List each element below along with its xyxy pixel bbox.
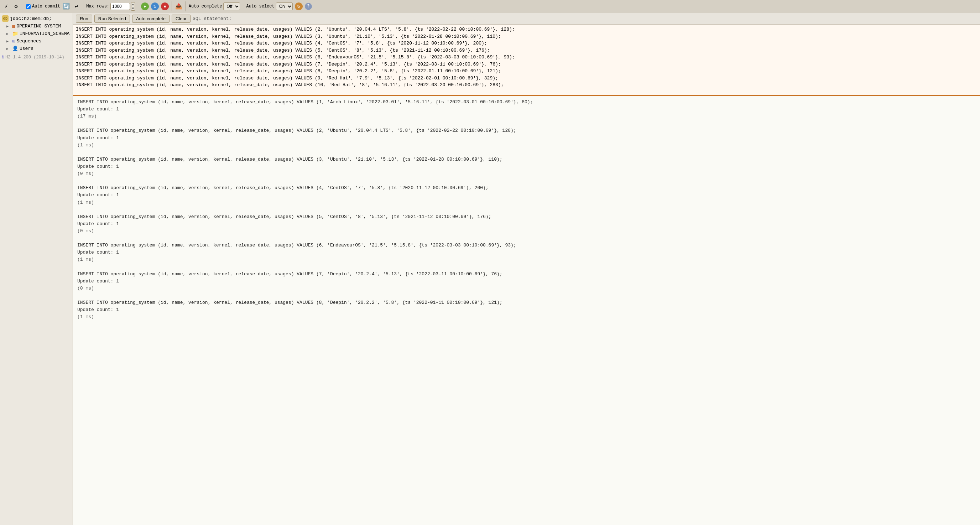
- max-rows-spinner[interactable]: ▲ ▼: [131, 2, 135, 11]
- result-update-count: Update count: 1: [77, 306, 976, 313]
- preferences-icon[interactable]: ⚙️: [12, 3, 20, 10]
- sep-2: [83, 2, 83, 11]
- folder-icon-info: 📁: [12, 31, 18, 37]
- users-icon: 👤: [12, 46, 18, 52]
- db-icon: db: [2, 15, 8, 22]
- auto-commit-label: Auto commit: [32, 4, 60, 9]
- sidebar-item-sequences[interactable]: ▶ ⊞ Sequences: [0, 37, 73, 45]
- max-rows-input[interactable]: [110, 3, 130, 10]
- result-update-count: Update count: 1: [77, 106, 976, 113]
- sep-3: [138, 2, 138, 11]
- result-block: INSERT INTO operating_system (id, name, …: [77, 242, 976, 263]
- result-update-count: Update count: 1: [77, 163, 976, 170]
- max-rows-label: Max rows:: [86, 4, 109, 9]
- stop-button[interactable]: [161, 3, 169, 10]
- users-label: Users: [19, 46, 33, 51]
- new-connection-icon[interactable]: ⚡: [2, 3, 10, 10]
- results-area: INSERT INTO operating_system (id, name, …: [73, 96, 980, 525]
- auto-commit-wrap: Auto commit: [26, 4, 60, 9]
- result-sql: INSERT INTO operating_system (id, name, …: [77, 127, 976, 134]
- sidebar-item-connection[interactable]: db jdbc:h2:mem:db;: [0, 14, 73, 22]
- sidebar-item-users[interactable]: ▶ 👤 Users: [0, 45, 73, 52]
- sep-1: [23, 2, 23, 11]
- result-block: INSERT INTO operating_system (id, name, …: [77, 271, 976, 292]
- sidebar-item-operating-system[interactable]: ▶ ▦ OPERATING_SYSTEM: [0, 22, 73, 30]
- help-button[interactable]: ?: [305, 3, 312, 10]
- result-sql: INSERT INTO operating_system (id, name, …: [77, 213, 976, 221]
- auto-select-select[interactable]: On Off: [276, 3, 293, 10]
- result-timing: (17 ms): [77, 113, 976, 120]
- right-panel: Run Run Selected Auto complete Clear SQL…: [73, 13, 980, 525]
- max-rows-wrap: Max rows: ▲ ▼: [86, 2, 135, 11]
- expand-icon-os: ▶: [6, 24, 11, 29]
- sep-4: [172, 2, 172, 11]
- result-timing: (0 ms): [77, 285, 976, 292]
- auto-select-wrap: Auto select On Off: [246, 3, 292, 10]
- run-toolbar: Run Run Selected Auto complete Clear SQL…: [73, 13, 980, 25]
- expand-icon-seq: ▶: [6, 39, 11, 43]
- clear-button[interactable]: Clear: [172, 14, 191, 23]
- result-sql: INSERT INTO operating_system (id, name, …: [77, 99, 976, 106]
- result-block: INSERT INTO operating_system (id, name, …: [77, 185, 976, 206]
- result-block: INSERT INTO operating_system (id, name, …: [77, 213, 976, 235]
- spin-up[interactable]: ▲: [131, 3, 135, 6]
- expand-icon-users: ▶: [6, 47, 11, 51]
- version-label: H2 1.4.200 (2019-10-14): [5, 55, 64, 60]
- result-timing: (0 ms): [77, 170, 976, 177]
- main-area: db jdbc:h2:mem:db; ▶ ▦ OPERATING_SYSTEM …: [0, 13, 980, 525]
- export-icon[interactable]: 📤: [175, 3, 183, 10]
- sql-editor[interactable]: INSERT INTO operating_system (id, name, …: [73, 25, 980, 96]
- rollback-icon[interactable]: ↩️: [72, 3, 80, 10]
- auto-commit-checkbox[interactable]: [26, 4, 30, 9]
- result-block: INSERT INTO operating_system (id, name, …: [77, 127, 976, 148]
- result-timing: (1 ms): [77, 199, 976, 206]
- seq-icon: ⊞: [12, 38, 15, 44]
- result-update-count: Update count: 1: [77, 192, 976, 199]
- auto-complete-select[interactable]: Off On: [223, 3, 240, 10]
- run-button[interactable]: Run: [76, 14, 92, 23]
- top-toolbar: ⚡ ⚙️ Auto commit 🔄 ↩️ Max rows: ▲ ▼ ↻ 📤 …: [0, 0, 980, 13]
- run-selected-button[interactable]: Run Selected: [94, 14, 130, 23]
- result-update-count: Update count: 1: [77, 135, 976, 142]
- spin-down[interactable]: ▼: [131, 6, 135, 10]
- result-block: INSERT INTO operating_system (id, name, …: [77, 299, 976, 321]
- result-update-count: Update count: 1: [77, 221, 976, 228]
- result-timing: (1 ms): [77, 256, 976, 263]
- sidebar-item-information-schema[interactable]: ▶ 📁 INFORMATION_SCHEMA: [0, 30, 73, 37]
- result-timing: (0 ms): [77, 228, 976, 235]
- sequences-label: Sequences: [16, 38, 41, 44]
- result-sql: INSERT INTO operating_system (id, name, …: [77, 185, 976, 192]
- auto-complete-button[interactable]: Auto complete: [132, 14, 170, 23]
- os-table-label: OPERATING_SYSTEM: [16, 24, 61, 29]
- sql-statement-label: SQL statement:: [192, 16, 231, 21]
- table-icon-os: ▦: [12, 23, 15, 29]
- commit-icon[interactable]: 🔄: [62, 3, 70, 10]
- result-block: INSERT INTO operating_system (id, name, …: [77, 99, 976, 120]
- result-sql: INSERT INTO operating_system (id, name, …: [77, 271, 976, 278]
- auto-complete-wrap: Auto complete Off On: [189, 3, 240, 10]
- result-timing: (1 ms): [77, 142, 976, 149]
- info-schema-label: INFORMATION_SCHEMA: [19, 31, 70, 36]
- result-sql: INSERT INTO operating_system (id, name, …: [77, 242, 976, 249]
- sep-6: [243, 2, 243, 11]
- result-update-count: Update count: 1: [77, 249, 976, 256]
- connection-label: jdbc:h2:mem:db;: [10, 16, 52, 21]
- result-timing: (1 ms): [77, 313, 976, 321]
- result-block: INSERT INTO operating_system (id, name, …: [77, 156, 976, 177]
- auto-complete-label: Auto complete: [189, 4, 222, 9]
- sidebar: db jdbc:h2:mem:db; ▶ ▦ OPERATING_SYSTEM …: [0, 13, 73, 525]
- sep-5: [186, 2, 186, 11]
- auto-select-label: Auto select: [246, 4, 274, 9]
- run-play-button[interactable]: [141, 3, 149, 10]
- sidebar-item-version: ℹ H2 1.4.200 (2019-10-14): [0, 54, 73, 60]
- result-update-count: Update count: 1: [77, 278, 976, 285]
- result-sql: INSERT INTO operating_system (id, name, …: [77, 156, 976, 163]
- expand-icon-info: ▶: [6, 32, 11, 36]
- auto-select-refresh[interactable]: ↻: [295, 3, 303, 10]
- result-sql: INSERT INTO operating_system (id, name, …: [77, 299, 976, 306]
- version-icon: ℹ: [2, 54, 4, 60]
- refresh-button[interactable]: ↻: [151, 3, 159, 10]
